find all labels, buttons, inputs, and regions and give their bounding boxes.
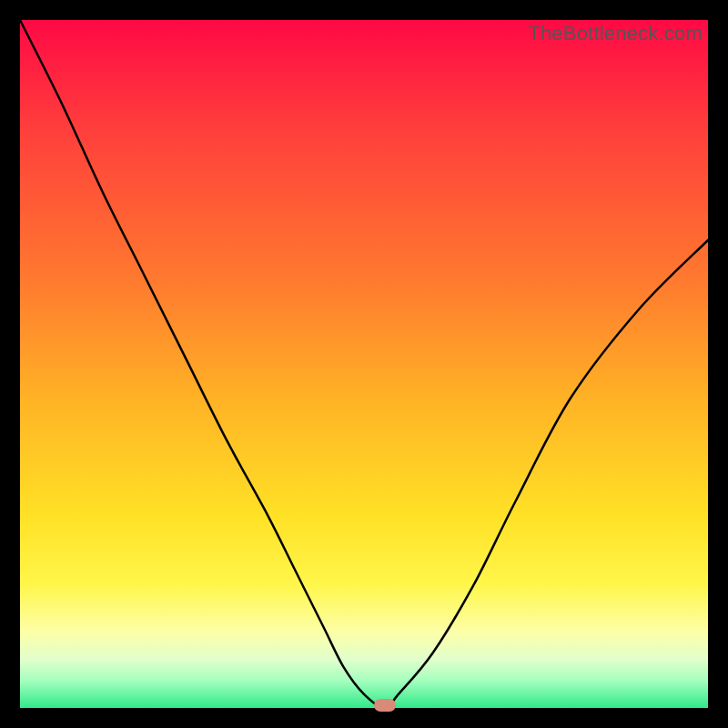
minimum-marker (374, 699, 396, 712)
chart-frame: TheBottleneck.com (0, 0, 728, 728)
plot-area: TheBottleneck.com (20, 20, 708, 708)
bottleneck-curve (20, 20, 708, 708)
